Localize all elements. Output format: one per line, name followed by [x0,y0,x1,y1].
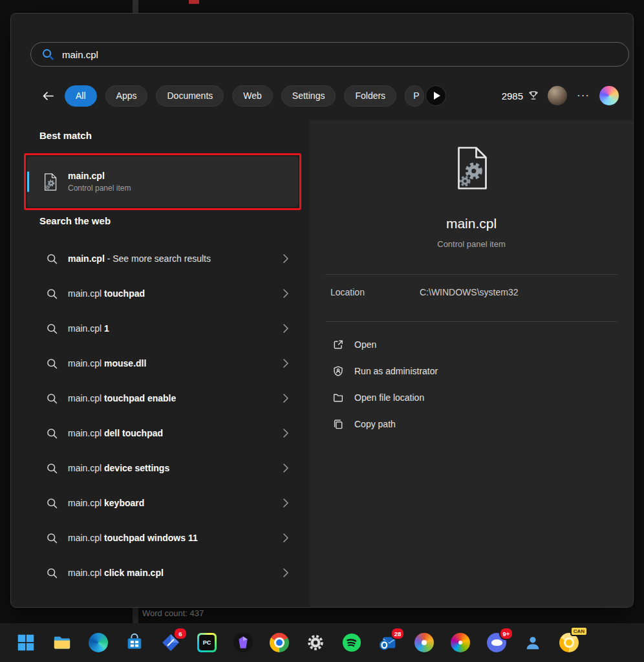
rewards-points: 2985 [502,91,523,101]
photos-icon [414,633,434,652]
search-flyout: main.cpl All Apps Documents Web Settings… [10,13,634,608]
play-button[interactable] [425,85,446,106]
best-match-subtitle: Control panel item [68,184,131,193]
copy-path-action[interactable]: Copy path [329,411,620,437]
search-icon [46,532,58,544]
search-icon [46,427,58,440]
control-panel-item-icon [41,173,59,191]
shield-icon [332,365,344,377]
web-suggestion-list: main.cpl - See more search results main.… [27,241,298,590]
search-icon [46,288,58,300]
web-suggestion-row[interactable]: main.cpl mouse.dll [27,346,298,381]
outlook-button[interactable]: 28 [375,630,401,656]
user-avatar[interactable] [548,86,567,105]
tab-folders[interactable]: Folders [344,85,396,107]
chevron-right-icon [280,392,292,404]
folder-icon [332,392,344,403]
chrome-button[interactable] [266,630,292,656]
open-action[interactable]: Open [329,331,620,358]
spotify-button[interactable] [339,630,365,656]
search-icon [46,567,58,579]
pen-app-button[interactable]: 6 [158,630,184,656]
chevron-right-icon [280,532,292,544]
tab-photos[interactable]: P [405,85,424,107]
notification-badge: 6 [173,627,188,640]
control-panel-item-icon-large [450,145,493,194]
search-icon [46,392,58,405]
color-wheel-app-button[interactable] [447,630,473,656]
gear-icon [306,633,325,652]
windows-logo-icon [17,634,35,652]
people-button[interactable] [520,630,546,656]
word-count-status: Word count: 437 [142,608,204,618]
edge-button[interactable] [85,630,111,656]
run-as-administrator-action[interactable]: Run as administrator [329,358,620,384]
preview-panel: main.cpl Control panel item Location C:\… [310,120,633,607]
pycharm-icon: PC [197,633,217,652]
web-suggestion-row[interactable]: main.cpl touchpad enable [27,381,298,416]
canary-badge: CAN [570,626,588,636]
best-match-header: Best match [39,130,92,141]
tab-all[interactable]: All [65,85,97,107]
chevron-right-icon [280,253,292,264]
tab-documents[interactable]: Documents [156,85,224,107]
selection-indicator [27,171,29,192]
open-file-location-action[interactable]: Open file location [329,384,620,411]
web-suggestion-row[interactable]: main.cpl 1 [27,311,298,346]
background-close-button-fragment [189,0,199,4]
microsoft-store-button[interactable] [122,630,147,656]
location-label: Location [330,287,420,297]
divider [325,321,617,322]
best-match-title: main.cpl [68,171,131,181]
search-icon [41,48,54,61]
color-wheel-icon [451,633,470,652]
notification-badge: 28 [391,627,405,640]
file-explorer-button[interactable] [49,630,75,656]
notification-badge: 9+ [499,627,513,640]
web-suggestion-row[interactable]: main.cpl dell touchpad [27,416,298,451]
obsidian-icon [233,633,253,652]
chrome-icon [270,633,289,652]
web-suggestion-row[interactable]: main.cpl device settings [27,451,298,486]
photos-button[interactable] [411,630,437,656]
preview-subtitle: Control panel item [310,239,633,249]
preview-title: main.cpl [310,216,633,231]
discord-button[interactable]: 9+ [484,630,510,656]
rewards-trophy-icon [528,90,539,101]
chevron-right-icon [280,323,292,334]
pycharm-button[interactable]: PC [194,630,220,656]
search-input[interactable]: main.cpl [30,42,629,67]
web-suggestion-row[interactable]: main.cpl - See more search results [27,241,298,276]
web-suggestion-row[interactable]: main.cpl touchpad [27,276,298,311]
web-suggestion-row[interactable]: main.cpl keyboard [27,486,298,520]
best-match-item[interactable]: main.cpl Control panel item [27,156,298,207]
search-icon [46,462,58,475]
more-options-button[interactable]: ··· [575,89,591,102]
web-suggestion-row[interactable]: main.cpl touchpad windows 11 [27,520,298,555]
web-suggestion-row[interactable]: main.cpl click main.cpl [27,555,298,590]
search-icon [46,497,58,509]
location-value: C:\WINDOWS\system32 [420,287,518,297]
chevron-right-icon [280,497,292,509]
rewards-counter[interactable]: 2985 [502,90,539,101]
tab-apps[interactable]: Apps [105,85,148,107]
taskbar: 6 PC 28 9+ CAN [0,623,644,662]
spotify-icon [342,633,361,652]
play-icon [434,92,440,100]
search-icon [46,323,58,335]
tab-web[interactable]: Web [232,85,273,107]
copy-icon [332,418,344,430]
file-explorer-icon [52,633,72,652]
chevron-right-icon [280,358,292,369]
chevron-right-icon [280,567,292,579]
obsidian-button[interactable] [230,630,256,656]
copilot-icon[interactable] [599,86,619,105]
start-button[interactable] [13,630,39,656]
chevron-right-icon [280,462,292,474]
back-button[interactable] [39,87,56,104]
search-query-text: main.cpl [62,49,98,60]
search-filter-bar: All Apps Documents Web Settings Folders … [11,83,633,109]
settings-button[interactable] [303,630,328,656]
chrome-canary-button[interactable]: CAN [556,630,582,656]
tab-settings[interactable]: Settings [281,85,336,107]
